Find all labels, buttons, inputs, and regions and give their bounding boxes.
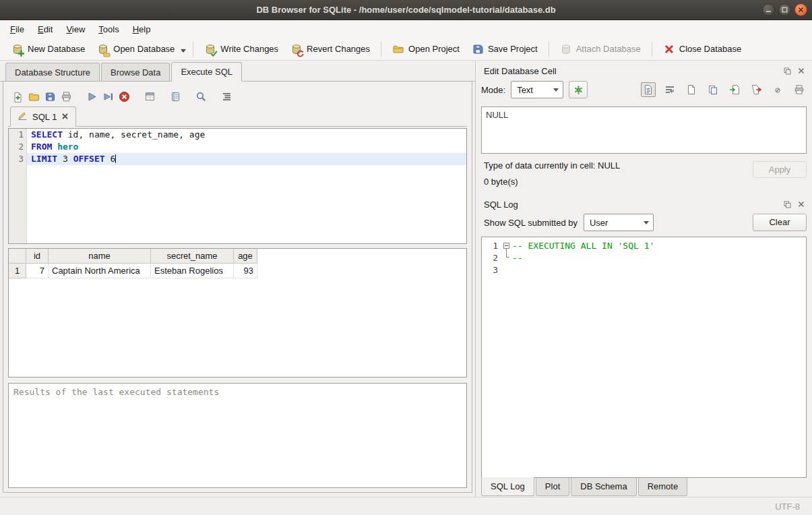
cell-editor-icon-strip bbox=[641, 82, 807, 97]
revert-changes-button[interactable]: Revert Changes bbox=[284, 40, 376, 58]
cell-age[interactable]: 93 bbox=[234, 264, 257, 278]
menu-view[interactable]: View bbox=[59, 22, 92, 37]
editor-line: 2 FROM hero bbox=[9, 141, 466, 153]
cell-secret-name[interactable]: Esteban Rogelios bbox=[151, 264, 234, 278]
new-database-button[interactable]: New Database bbox=[5, 40, 91, 58]
tab-database-structure[interactable]: Database Structure bbox=[5, 63, 100, 81]
log-filter-label: Show SQL submitted by bbox=[484, 218, 577, 228]
new-database-label: New Database bbox=[28, 44, 85, 54]
open-database-icon bbox=[97, 43, 109, 55]
log-filter-select[interactable]: User bbox=[584, 214, 654, 231]
editor-line-current: 3 LIMIT 3 OFFSET 6 bbox=[9, 153, 466, 165]
sql-document-tab[interactable]: SQL 1 bbox=[10, 107, 76, 127]
log-filter-value: User bbox=[590, 218, 608, 228]
revert-changes-icon bbox=[290, 43, 303, 55]
open-sql-file-icon[interactable] bbox=[26, 88, 42, 104]
new-sql-tab-icon[interactable] bbox=[9, 88, 26, 104]
menu-help[interactable]: Help bbox=[126, 22, 158, 37]
save-project-button[interactable]: Save Project bbox=[466, 40, 544, 58]
line-number: 3 bbox=[9, 153, 27, 165]
chevron-down-icon bbox=[644, 221, 649, 224]
log-line-number: 1 bbox=[482, 240, 502, 252]
open-project-icon bbox=[392, 43, 404, 55]
write-changes-button[interactable]: Write Changes bbox=[198, 40, 284, 58]
clear-log-button[interactable]: Clear bbox=[753, 214, 807, 231]
mode-select[interactable]: Text bbox=[511, 81, 563, 98]
execute-all-icon[interactable] bbox=[84, 88, 100, 104]
open-database-dropdown-icon[interactable] bbox=[181, 40, 188, 57]
float-dock-icon[interactable] bbox=[782, 65, 792, 76]
fold-marker-icon[interactable] bbox=[503, 243, 509, 249]
menu-file[interactable]: File bbox=[3, 22, 31, 37]
left-pane: Database Structure Browse Data Execute S… bbox=[0, 61, 475, 497]
code-text: FROM hero bbox=[27, 141, 466, 153]
tab-remote[interactable]: Remote bbox=[638, 478, 688, 496]
save-results-icon[interactable] bbox=[167, 88, 183, 104]
execution-status-message: Results of the last executed statements bbox=[13, 387, 219, 397]
column-header-secret-name[interactable]: secret_name bbox=[151, 249, 234, 264]
sql-editor[interactable]: 1 SELECT id, name, secret_name, age 2 FR… bbox=[8, 128, 467, 244]
import-icon[interactable] bbox=[727, 82, 742, 97]
apply-button[interactable]: Apply bbox=[753, 161, 807, 178]
cell-id[interactable]: 7 bbox=[26, 264, 49, 278]
auto-format-icon[interactable] bbox=[569, 81, 588, 98]
find-replace-icon[interactable] bbox=[193, 88, 209, 104]
window-controls bbox=[762, 3, 807, 16]
tab-browse-data[interactable]: Browse Data bbox=[101, 63, 170, 81]
close-dock-icon[interactable] bbox=[796, 199, 807, 210]
log-line: 1 -- EXECUTING ALL IN 'SQL 1' bbox=[482, 240, 806, 252]
write-changes-icon bbox=[204, 43, 216, 55]
word-wrap-icon[interactable] bbox=[662, 82, 677, 97]
cell-editor[interactable]: NULL bbox=[481, 107, 807, 154]
float-dock-icon[interactable] bbox=[782, 199, 792, 210]
log-line: 3 bbox=[482, 264, 806, 276]
tab-sql-log[interactable]: SQL Log bbox=[481, 477, 534, 496]
column-header-id[interactable]: id bbox=[26, 249, 49, 264]
sql-log-view[interactable]: 1 -- EXECUTING ALL IN 'SQL 1' 2 -- 3 bbox=[481, 237, 807, 478]
open-project-button[interactable]: Open Project bbox=[386, 40, 466, 58]
close-icon[interactable] bbox=[794, 3, 807, 16]
log-line-number: 2 bbox=[482, 252, 502, 264]
tab-db-schema[interactable]: DB Schema bbox=[571, 478, 636, 496]
menu-edit[interactable]: Edit bbox=[31, 22, 59, 37]
print-sql-icon[interactable] bbox=[58, 88, 74, 104]
encoding-indicator[interactable]: UTF-8 bbox=[775, 502, 800, 512]
copy-icon[interactable] bbox=[706, 82, 720, 97]
set-null-icon[interactable] bbox=[770, 82, 785, 97]
sql-log-title: SQL Log bbox=[484, 200, 778, 210]
tab-execute-sql[interactable]: Execute SQL bbox=[171, 62, 242, 82]
column-header-name[interactable]: name bbox=[49, 249, 151, 264]
toolbar-separator bbox=[652, 42, 652, 57]
log-line: 2 -- bbox=[482, 252, 806, 264]
maximize-icon[interactable] bbox=[778, 3, 791, 16]
minimize-icon[interactable] bbox=[762, 3, 775, 16]
open-in-external-icon[interactable] bbox=[684, 82, 699, 97]
attach-database-button[interactable]: Attach Database bbox=[554, 40, 647, 58]
save-sql-file-icon[interactable] bbox=[42, 88, 58, 104]
export-results-icon[interactable] bbox=[142, 88, 158, 104]
format-sql-icon[interactable] bbox=[218, 88, 235, 104]
tab-plot[interactable]: Plot bbox=[536, 478, 569, 496]
cell-name[interactable]: Captain North America bbox=[49, 264, 151, 278]
close-database-label: Close Database bbox=[679, 44, 742, 54]
close-dock-icon[interactable] bbox=[796, 65, 807, 76]
execute-current-line-icon[interactable] bbox=[100, 88, 116, 104]
row-header[interactable]: 1 bbox=[9, 264, 26, 278]
close-sql-tab-icon[interactable] bbox=[61, 112, 69, 122]
column-header-age[interactable]: age bbox=[234, 249, 257, 264]
save-project-icon bbox=[472, 43, 484, 55]
cell-size-info: 0 byte(s) bbox=[484, 177, 807, 187]
close-database-icon bbox=[663, 43, 675, 55]
edit-cell-controls: Mode: Text bbox=[481, 81, 807, 98]
titlebar: DB Browser for SQLite - /home/user/code/… bbox=[0, 0, 812, 20]
corner-header bbox=[9, 249, 26, 264]
close-database-button[interactable]: Close Database bbox=[657, 40, 748, 58]
stop-execution-icon[interactable] bbox=[116, 88, 132, 104]
text-view-icon[interactable] bbox=[641, 82, 656, 97]
log-line-number: 3 bbox=[482, 264, 502, 276]
menu-tools[interactable]: Tools bbox=[92, 22, 125, 37]
print-cell-icon[interactable] bbox=[792, 82, 807, 97]
open-database-button[interactable]: Open Database bbox=[91, 40, 181, 58]
export-icon[interactable] bbox=[749, 82, 763, 97]
sql-document-tab-label: SQL 1 bbox=[32, 112, 57, 122]
